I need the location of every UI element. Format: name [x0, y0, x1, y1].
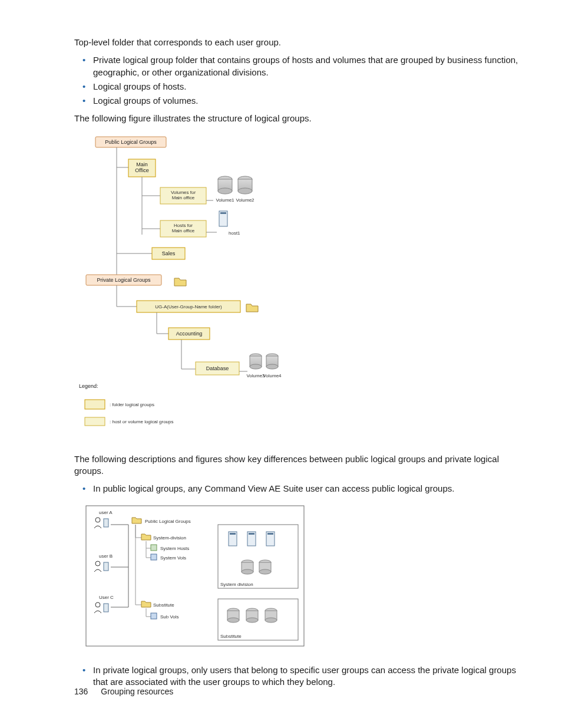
page-number: 136: [74, 687, 88, 696]
cylinder-icon: [227, 608, 239, 622]
vols-icon: [151, 554, 157, 560]
list-item: Private logical group folder that contai…: [80, 54, 527, 78]
folder-icon: [132, 518, 141, 523]
label-hosts-main: Hosts forMain office: [172, 223, 195, 233]
cylinder-icon: [266, 354, 278, 369]
svg-rect-37: [86, 506, 304, 646]
figure-logical-groups-structure: Public Logical Groups MainOffice Volumes…: [74, 133, 527, 443]
folder-icon: [141, 601, 151, 607]
list-item: In public logical groups, any Command Vi…: [80, 483, 527, 495]
cylinder-icon: [250, 354, 262, 369]
host-icon: [229, 532, 237, 546]
cylinder-icon: [246, 608, 258, 622]
svg-point-10: [218, 188, 232, 194]
user-icon: [94, 518, 108, 528]
svg-point-36: [266, 364, 278, 369]
svg-point-45: [95, 602, 100, 607]
svg-point-66: [242, 569, 253, 574]
page-footer: 136 Grouping resources: [74, 686, 173, 697]
folder-icon: [174, 278, 186, 286]
label-user-a: user A: [99, 510, 113, 515]
figure-public-access: user A user B User C Public Logical Grou…: [74, 503, 527, 654]
label-sub-vols: Sub Vols: [160, 614, 179, 620]
label-box-sub: Substitute: [220, 634, 242, 639]
label-public-lg2: Public Logical Groups: [145, 519, 191, 524]
cylinder-icon: [242, 560, 253, 574]
svg-rect-39: [104, 519, 108, 527]
legend-folder-label: : folder logical groups: [110, 402, 154, 407]
vols-icon: [151, 613, 157, 619]
svg-rect-17: [220, 212, 226, 214]
folder-icon: [246, 304, 258, 312]
svg-point-33: [250, 364, 262, 369]
label-sys-hosts: System Hosts: [160, 546, 189, 551]
label-sales: Sales: [162, 251, 176, 256]
list-item: Logical groups of hosts.: [80, 81, 527, 93]
label-vol1: Volume1: [216, 197, 234, 203]
mid-bullet-list: In public logical groups, any Command Vi…: [80, 483, 527, 495]
list-item: Logical groups of volumes.: [80, 95, 527, 107]
last-bullet-list: In private logical groups, only users th…: [80, 664, 527, 689]
label-host1: host1: [229, 230, 240, 236]
svg-point-76: [246, 618, 258, 622]
mid-paragraph: The following descriptions and figures s…: [74, 453, 527, 477]
svg-point-13: [238, 188, 252, 194]
label-vol3: Volume3: [246, 373, 265, 378]
label-main-office: MainOffice: [135, 162, 148, 173]
legend-title: Legend:: [79, 383, 98, 389]
svg-point-79: [265, 618, 277, 622]
label-box-sysdiv: System division: [220, 582, 253, 587]
figure-lead: The following figure illustrates the str…: [74, 113, 527, 124]
hosts-icon: [151, 545, 157, 551]
user-icon: [94, 602, 108, 613]
svg-rect-42: [104, 562, 108, 571]
label-vol2: Volume2: [236, 197, 254, 203]
label-user-c: User C: [99, 595, 114, 600]
svg-point-38: [95, 518, 100, 522]
cylinder-icon: [259, 560, 271, 574]
host-icon: [247, 532, 256, 546]
legend-hv-label: : host or volume logical groups: [110, 419, 174, 424]
svg-rect-61: [249, 533, 254, 535]
label-accounting: Accounting: [176, 331, 203, 337]
label-public-lg: Public Logical Groups: [105, 139, 157, 145]
label-vol4: Volume4: [263, 373, 282, 378]
svg-point-41: [95, 561, 100, 566]
cylinder-icon: [265, 608, 277, 622]
label-private-lg: Private Logical Groups: [97, 277, 151, 283]
label-sys-vols: System Vols: [160, 555, 186, 561]
user-icon: [94, 561, 108, 572]
cylinder-icon: [218, 176, 232, 194]
label-ug-folder: UG-A(User-Group-Name folder): [155, 304, 222, 309]
label-substitute: Substitute: [153, 602, 174, 608]
folder-icon: [141, 534, 151, 540]
section-title-footer: Grouping resources: [101, 687, 173, 696]
label-user-b: user B: [99, 554, 113, 559]
label-database: Database: [206, 365, 229, 371]
svg-point-69: [259, 569, 271, 574]
host-icon: [266, 532, 275, 546]
legend-swatch-folder: [85, 400, 105, 409]
svg-rect-59: [230, 533, 236, 535]
legend-swatch-hv: [85, 417, 105, 426]
svg-rect-46: [104, 604, 108, 612]
svg-point-73: [227, 618, 239, 622]
label-sys-div: System-division: [153, 535, 186, 541]
top-bullet-list: Private logical group folder that contai…: [80, 54, 527, 107]
svg-rect-63: [267, 533, 273, 535]
label-vols-main: Volumes forMain office: [171, 190, 196, 200]
intro-text: Top-level folder that corresponds to eac…: [74, 37, 527, 48]
cylinder-icon: [238, 176, 252, 194]
list-item: In private logical groups, only users th…: [80, 664, 527, 689]
